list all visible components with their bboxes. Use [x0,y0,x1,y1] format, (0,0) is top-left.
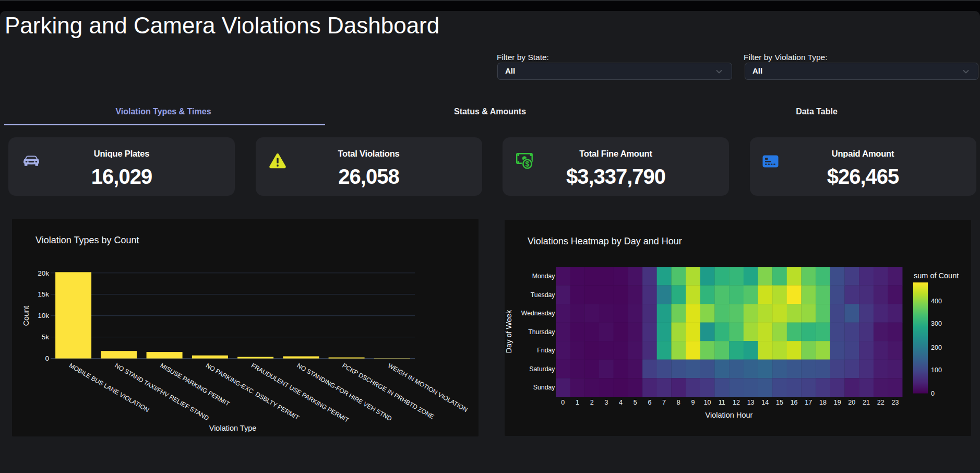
svg-text:Monday: Monday [532,273,556,280]
svg-text:sum of Count: sum of Count [914,271,959,280]
svg-text:0: 0 [45,354,49,362]
svg-text:11: 11 [719,399,725,406]
svg-text:15: 15 [776,399,783,406]
svg-text:100: 100 [931,366,942,374]
svg-text:8: 8 [677,399,680,406]
svg-text:3: 3 [604,399,608,406]
svg-text:7: 7 [662,399,666,406]
svg-text:20: 20 [848,399,855,406]
svg-text:0: 0 [931,390,935,397]
svg-text:15k: 15k [38,290,49,298]
svg-text:Violation Hour: Violation Hour [706,411,753,419]
svg-text:Violation Types by Count: Violation Types by Count [35,235,139,245]
svg-text:0: 0 [561,399,565,406]
svg-text:5: 5 [634,399,637,406]
svg-text:6: 6 [648,399,651,406]
svg-text:21: 21 [863,399,870,406]
svg-text:16: 16 [791,399,798,406]
svg-text:Count: Count [22,306,30,326]
svg-text:Friday: Friday [537,347,555,354]
svg-text:22: 22 [877,399,885,406]
svg-text:Violations Heatmap by Day and: Violations Heatmap by Day and Hour [528,236,682,246]
svg-text:300: 300 [931,320,942,327]
svg-text:Wednesday: Wednesday [521,310,556,317]
svg-text:12: 12 [733,399,740,406]
svg-text:17: 17 [805,399,812,406]
svg-text:9: 9 [691,399,695,406]
svg-text:1: 1 [576,399,579,406]
svg-text:10k: 10k [38,312,49,320]
svg-text:5k: 5k [42,333,50,341]
svg-text:Day of Week: Day of Week [505,310,513,353]
svg-text:4: 4 [619,399,623,406]
svg-text:20k: 20k [38,269,49,277]
svg-text:14: 14 [761,399,769,406]
svg-text:400: 400 [931,298,942,305]
svg-text:2: 2 [590,399,594,406]
svg-text:Sunday: Sunday [533,384,556,391]
svg-text:13: 13 [747,399,755,406]
svg-text:19: 19 [834,399,841,406]
svg-text:23: 23 [891,399,899,406]
svg-text:200: 200 [931,344,942,351]
svg-text:18: 18 [819,399,827,406]
svg-text:Saturday: Saturday [529,365,555,373]
svg-text:$: $ [525,160,530,168]
svg-text:Tuesday: Tuesday [531,291,556,299]
svg-text:Thursday: Thursday [528,328,555,336]
svg-text:10: 10 [704,399,711,406]
svg-text:Violation Type: Violation Type [209,424,257,432]
